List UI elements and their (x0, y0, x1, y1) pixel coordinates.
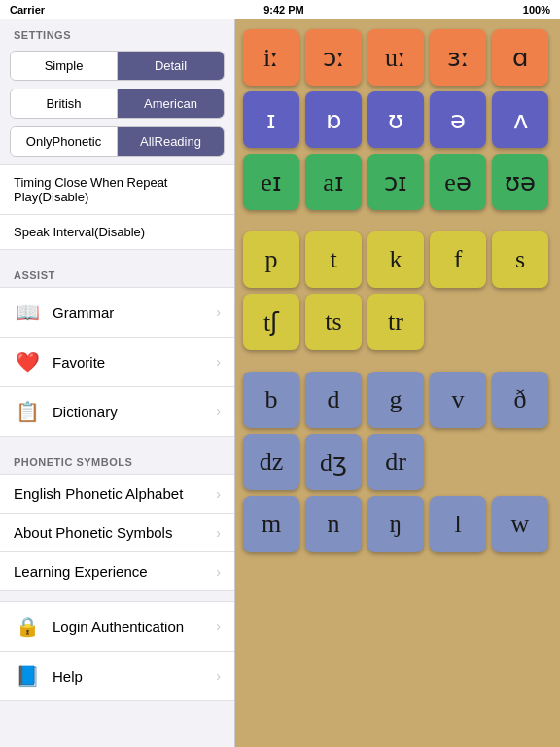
phonetic-row-4: p t k f s (243, 231, 548, 288)
battery-label: 100% (523, 4, 550, 16)
phone-btn-i[interactable]: ɪ (243, 91, 299, 148)
status-bar: Carrier 9:42 PM 100% (0, 0, 560, 19)
phone-btn-k[interactable]: k (368, 231, 424, 288)
phonetic-row-8: m n ŋ l w (243, 496, 548, 552)
british-american-toggle[interactable]: British American (10, 89, 225, 119)
phone-btn-tr[interactable]: tr (368, 294, 424, 350)
dictionary-item[interactable]: 📋 Dictionary › (0, 387, 234, 437)
phone-btn-v2[interactable]: v (430, 372, 486, 428)
phone-btn-dzh[interactable]: dʒ (305, 434, 362, 490)
phone-btn-m[interactable]: m (243, 496, 299, 552)
phone-btn-l[interactable]: l (430, 496, 486, 552)
phonetic-row-7: dz dʒ dr (243, 434, 424, 490)
grammar-icon: 📖 (14, 299, 41, 326)
favorite-label: Favorite (52, 354, 212, 371)
phonetic-row-3: eɪ aɪ ɔɪ eə ʊə (243, 154, 548, 210)
favorite-item[interactable]: ❤️ Favorite › (0, 338, 234, 387)
favorite-chevron: › (216, 354, 221, 370)
help-icon: 📘 (14, 662, 41, 690)
left-panel: SETTINGS Simple Detail British American … (0, 0, 235, 747)
grammar-label: Grammar (52, 304, 212, 321)
english-phonetic-label: English Phonetic Alphabet (14, 485, 212, 502)
phone-btn-v[interactable]: ʌ (492, 91, 548, 148)
phone-btn-u[interactable]: ʊ (368, 91, 424, 148)
phone-btn-ts[interactable]: ts (305, 294, 362, 350)
phone-btn-g[interactable]: g (368, 372, 424, 428)
dictionary-label: Dictionary (52, 404, 212, 420)
phone-btn-ua[interactable]: ʊə (492, 154, 548, 210)
phone-btn-eth[interactable]: ð (492, 372, 548, 428)
assist-section-label: ASSIST (0, 260, 234, 287)
phone-btn-o[interactable]: ɒ (305, 91, 362, 148)
learning-exp-chevron: › (216, 564, 221, 580)
english-phonetic-item[interactable]: English Phonetic Alphabet › (0, 474, 234, 514)
login-chevron: › (216, 619, 221, 634)
phonetic-reading-toggle[interactable]: OnlyPhonetic AllReading (10, 126, 225, 157)
favorite-icon: ❤️ (14, 348, 41, 375)
help-item[interactable]: 📘 Help › (0, 652, 234, 701)
phonetic-row-2: ɪ ɒ ʊ ə ʌ (243, 91, 548, 148)
phonetic-row-6: b d g v ð (243, 372, 548, 428)
simple-detail-toggle[interactable]: Simple Detail (10, 51, 225, 81)
phone-btn-ea[interactable]: eə (430, 154, 486, 210)
phone-btn-s[interactable]: s (492, 231, 548, 288)
dictionary-chevron: › (216, 404, 221, 419)
phone-btn-ee[interactable]: ɜː (430, 29, 486, 86)
timing-row[interactable]: Timing Close When Repeat Play(Disable) (0, 164, 234, 215)
phone-btn-ei[interactable]: eɪ (243, 154, 299, 210)
about-phonetic-item[interactable]: About Phonetic Symbols › (0, 514, 234, 552)
help-label: Help (52, 668, 212, 685)
learning-exp-item[interactable]: Learning Experience › (0, 552, 234, 591)
settings-section-label: SETTINGS (0, 19, 234, 47)
phonetic-row-1: iː ɔː uː ɜː ɑ (243, 29, 548, 86)
phone-btn-oo[interactable]: ɔː (305, 29, 362, 86)
detail-btn[interactable]: Detail (117, 52, 224, 80)
phone-btn-dr[interactable]: dr (368, 434, 424, 490)
american-btn[interactable]: American (117, 89, 224, 118)
right-panel: iː ɔː uː ɜː ɑ ɪ ɒ ʊ ə ʌ eɪ aɪ ɔɪ eə ʊə p… (235, 0, 560, 747)
learning-exp-label: Learning Experience (14, 563, 212, 580)
phone-btn-p[interactable]: p (243, 231, 299, 288)
phone-btn-d[interactable]: d (305, 372, 362, 428)
phone-btn-w[interactable]: w (492, 496, 548, 552)
help-chevron: › (216, 668, 221, 684)
about-phonetic-chevron: › (216, 525, 221, 541)
phone-btn-uu[interactable]: uː (368, 29, 424, 86)
phonetic-section-label: PHONETIC SYMBOLS (0, 446, 234, 474)
auth-list: 🔒 Login Authentication › 📘 Help › (0, 601, 234, 701)
phone-btn-oi[interactable]: ɔɪ (368, 154, 424, 210)
settings-rows: Timing Close When Repeat Play(Disable) S… (0, 164, 234, 250)
assist-list: 📖 Grammar › ❤️ Favorite › 📋 Dictionary › (0, 287, 234, 437)
english-phonetic-chevron: › (216, 486, 221, 502)
simple-btn[interactable]: Simple (11, 52, 117, 80)
carrier-label: Carrier (10, 4, 45, 16)
about-phonetic-label: About Phonetic Symbols (14, 524, 212, 541)
all-reading-btn[interactable]: AllReading (117, 127, 224, 156)
login-icon: 🔒 (14, 613, 41, 640)
phone-btn-ii[interactable]: iː (243, 29, 299, 86)
phone-btn-ng[interactable]: ŋ (368, 496, 424, 552)
time-label: 9:42 PM (263, 4, 304, 16)
phone-btn-ai[interactable]: aɪ (305, 154, 362, 210)
login-auth-label: Login Authentication (52, 619, 212, 635)
login-auth-item[interactable]: 🔒 Login Authentication › (0, 601, 234, 652)
only-phonetic-btn[interactable]: OnlyPhonetic (11, 127, 117, 156)
speak-row[interactable]: Speak Interval(Disable) (0, 215, 234, 250)
phone-btn-t[interactable]: t (305, 231, 362, 288)
grammar-chevron: › (216, 304, 221, 320)
phone-btn-aa[interactable]: ɑ (492, 29, 548, 86)
dictionary-icon: 📋 (14, 398, 41, 425)
phonetic-grid: iː ɔː uː ɜː ɑ ɪ ɒ ʊ ə ʌ eɪ aɪ ɔɪ eə ʊə p… (235, 19, 560, 562)
phone-btn-b[interactable]: b (243, 372, 299, 428)
phonetic-row-5: tʃ ts tr (243, 294, 424, 350)
phone-btn-n[interactable]: n (305, 496, 362, 552)
phone-btn-tsh[interactable]: tʃ (243, 294, 299, 350)
phone-btn-dz[interactable]: dz (243, 434, 299, 490)
phonetic-list: English Phonetic Alphabet › About Phonet… (0, 474, 234, 591)
grammar-item[interactable]: 📖 Grammar › (0, 287, 234, 338)
phone-btn-f[interactable]: f (430, 231, 486, 288)
phone-btn-schwa[interactable]: ə (430, 91, 486, 148)
british-btn[interactable]: British (11, 89, 117, 118)
